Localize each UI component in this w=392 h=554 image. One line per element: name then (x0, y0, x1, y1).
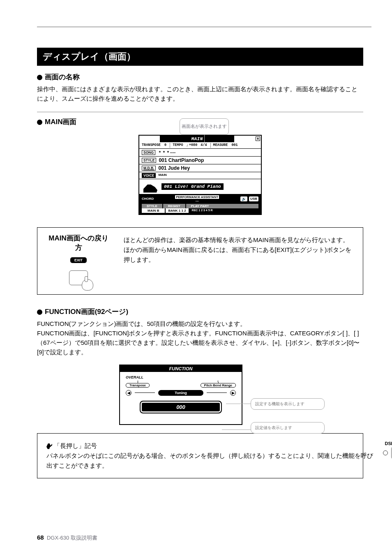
leader-line (222, 429, 251, 430)
lcd-bottom-panel: CHORD PERFORMANCE ASSISTANT --- 🔊 USB ST… (139, 194, 261, 214)
exit-box-title: MAIN画面への戻り方 (46, 233, 111, 252)
bullet-icon (37, 309, 42, 315)
lcd-title: MAIN (160, 136, 234, 142)
section-black-bar: ディスプレイ（画面） (37, 48, 363, 66)
main-return-info: MAIN画面への戻り方 EXIT ほとんどの操作は、楽器の基本情報を表示するMA… (37, 227, 363, 295)
func-callout-item: 設定する機能を表示します (251, 398, 325, 410)
bullet-icon (37, 120, 42, 125)
top-rule (37, 27, 371, 27)
lcd-status-row: TRANSPOSE 0 TEMPO ♩=080 4/4 MEASURE 001 (139, 142, 261, 148)
main-lcd: MAIN R TRANSPOSE 0 TEMPO ♩=080 4/4 MEASU… (138, 135, 262, 215)
lcd-voice-name-row: 001 Live! Grand Piano (139, 179, 261, 194)
prev-arrow-icon: ◀ (126, 390, 131, 396)
func-callout-value: 設定値を表示します (251, 422, 325, 434)
intro-heading: 画面の名称 (37, 72, 363, 82)
function-heading-text: FUNCTION画面(92ページ) (45, 307, 128, 316)
exit-button[interactable] (69, 270, 88, 285)
lcd-song-row: SONG ＊＊＊---- (139, 148, 261, 156)
leader-line (226, 404, 251, 404)
speaker-icon: 🔊 (240, 196, 247, 201)
long-press-text: 「長押し」記号 パネルボタンのそばにこの記号がある場合、そのボタンを長押し（押し… (46, 441, 373, 471)
lcd-callout: 画面名が表示されます (180, 118, 229, 135)
function-lcd: FUNCTION OVERALL Transpose Pitch Bend Ra… (119, 365, 242, 425)
long-press-info: 「長押し」記号 パネルボタンのそばにこの記号がある場合、そのボタンを長押し（押し… (37, 433, 363, 478)
main-return-text: ほとんどの操作は、楽器の基本情報を表示するMAIN画面を見ながら行ないます。 ほ… (124, 233, 355, 285)
func-overall-label: OVERALL (126, 375, 236, 379)
function-lcd-figure: FUNCTION OVERALL Transpose Pitch Bend Ra… (119, 365, 242, 425)
callout-leader (204, 135, 205, 142)
next-arrow-icon: ▶ (230, 390, 236, 396)
exit-column: MAIN画面への戻り方 EXIT (46, 233, 111, 285)
exit-button-label: EXIT (70, 257, 87, 263)
page-footer: 68 DGX-630 取扱説明書 (37, 534, 97, 542)
piano-icon (142, 180, 158, 193)
press-finger-icon (82, 279, 93, 291)
intro-body: 操作中、画面にはさまざまな表示が現れます。このとき、画面上辺に画面名が表示されま… (37, 84, 363, 104)
func-current-item: Tuning (158, 390, 203, 396)
func-value: 000 (140, 401, 222, 413)
main-heading-text: MAIN画面 (45, 117, 76, 127)
usb-icon: USB (249, 196, 258, 201)
main-lcd-figure: 画面名が表示されます MAIN R TRANSPOSE 0 TEMPO ♩=08… (138, 135, 262, 215)
long-press-icon (46, 443, 52, 449)
func-lcd-title: FUNCTION (120, 365, 242, 372)
dsp-onoff-label: DSP ON/OFF (383, 441, 392, 446)
r-indicator: R (256, 136, 260, 141)
divider (37, 112, 363, 112)
bullet-icon (37, 75, 42, 80)
intro-title: 画面の名称 (45, 72, 80, 82)
func-slider-row: Transpose Pitch Bend Range (126, 381, 236, 388)
lcd-voice-row: VOICE MAIN (139, 172, 261, 179)
dsp-led-icon (383, 450, 388, 455)
function-heading: FUNCTION画面(92ページ) (37, 307, 363, 316)
dsp-button-figure: DSP ON/OFF DSP TYPE (383, 441, 392, 459)
lcd-mdb-row: M.D.B. 001 Jude Hey (139, 164, 261, 172)
function-body: FUNCTION(ファンクション)画面では、50項目の機能の設定を行ないます。 … (37, 319, 363, 357)
lcd-style-row: STYLE 001 ChartPianoPop (139, 156, 261, 164)
